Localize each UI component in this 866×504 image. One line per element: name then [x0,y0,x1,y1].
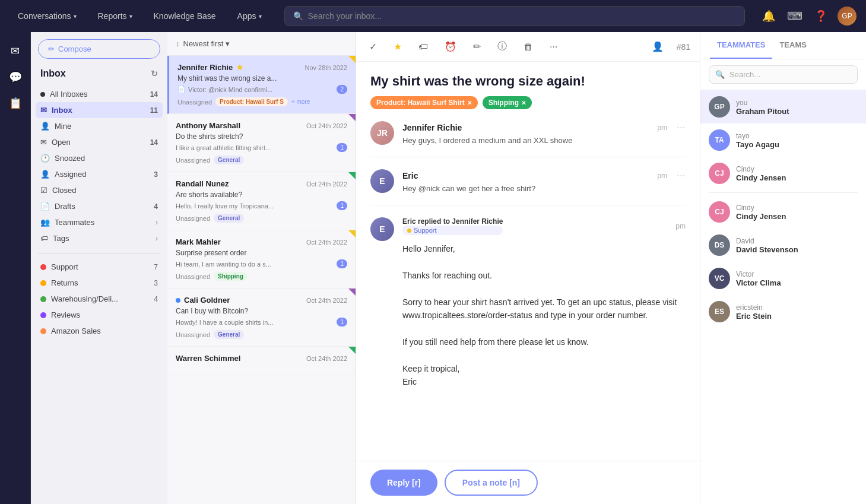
nav-snoozed[interactable]: 🕐 Snoozed [36,150,163,166]
check-icon[interactable]: ✓ [366,37,380,56]
inbox-title-text: Inbox [40,68,66,79]
snooze-icon[interactable]: ⏰ [441,37,460,56]
label-returns[interactable]: Returns 3 [36,275,163,291]
mine-icon: 👤 [40,122,50,131]
shipping-tag-close[interactable]: ✕ [521,100,526,106]
nav-apps[interactable]: Apps ▾ [229,8,270,24]
compose-button[interactable]: ✏ Compose [38,39,160,59]
teammate-tayo[interactable]: TA tayo Tayo Agagu [700,123,866,157]
nav-inbox[interactable]: ✉ Inbox 11 [36,102,163,118]
tags-icon: 🏷 [40,234,48,243]
cindy2-avatar: CJ [709,201,730,223]
nav-knowledge-base[interactable]: Knowledge Base [145,8,224,24]
eric-reply-avatar: E [370,217,394,241]
sidebar-icon-email[interactable]: ✉ [4,39,27,63]
sender-name: Jennifer Richie [177,63,233,72]
teammate-you[interactable]: GP you Graham Pitout [700,90,866,123]
reply-button[interactable]: Reply [r] [370,470,437,496]
help-icon[interactable]: ❓ [811,7,830,26]
conversation-toolbar: ✓ ★ 🏷 ⏰ ✏ ⓘ 🗑 ··· 👤 #81 [356,32,700,62]
tayo-avatar: TA [709,129,730,151]
conv-item-mark[interactable]: Mark Mahler Oct 24th 2022 Surprise prese… [167,230,356,289]
conv-item-warren[interactable]: Warren Schimmel Oct 24th 2022 [167,347,356,375]
corner-tag-purple [348,114,356,121]
nav-drafts[interactable]: 📄 Drafts 4 [36,198,163,214]
nav-conversations[interactable]: Conversations ▾ [9,8,85,24]
main-content: ✉ 💬 📋 ✏ Compose Inbox ↻ All Inboxes 14 ✉… [0,32,866,504]
section-divider [38,253,160,254]
teammate-david[interactable]: DS David David Stevenson [700,229,866,262]
search-icon: 🔍 [715,70,725,79]
label-warehousing[interactable]: Warehousing/Deli... 4 [36,291,163,307]
label-amazon[interactable]: Amazon Sales [36,323,163,339]
general-tag: General [214,214,244,223]
keyboard-icon[interactable]: ⌨ [785,7,804,26]
teammate-ericstein[interactable]: ES ericstein Eric Stein [700,295,866,328]
dot-icon [40,92,45,97]
nav-closed[interactable]: ☑ Closed [36,182,163,198]
jennifer-avatar: JR [370,121,394,145]
nav-open[interactable]: ✉ Open 14 [36,134,163,150]
teammate-list: GP you Graham Pitout TA tayo Tayo Agagu … [700,90,866,504]
edit-icon[interactable]: ✏ [470,37,484,56]
shipping-tag-pill: Shipping ✕ [483,96,532,109]
conversation-body: My shirt was the wrong size again! Produ… [356,62,700,461]
assign-icon[interactable]: 👤 [648,37,667,56]
conv-item-anthony[interactable]: Anthony Marshall Oct 24th 2022 Do the sh… [167,114,356,172]
nav-right-icons: 🔔 ⌨ ❓ GP [759,7,857,26]
label-icon[interactable]: 🏷 [415,38,432,56]
conv-list-header: ↕ Newest first ▾ [167,32,356,56]
conv-item-cali[interactable]: Cali Goldner Oct 24th 2022 Can I buy wit… [167,289,356,347]
right-panel: TEAMMATES TEAMS 🔍 Search... GP you Graha… [700,32,866,504]
nav-mine[interactable]: 👤 Mine [36,118,163,134]
notification-icon[interactable]: 🔔 [759,7,778,26]
post-note-button[interactable]: Post a note [n] [445,470,538,496]
nav-assigned[interactable]: 👤 Assigned 3 [36,166,163,182]
message-options-icon[interactable]: ··· [677,121,686,134]
trash-icon[interactable]: 🗑 [520,38,537,56]
product-tag-close[interactable]: ✕ [467,100,472,106]
sidebar-icon-notes[interactable]: 📋 [4,91,27,115]
corner-tag-green [348,172,356,179]
sidebar-icon-chat[interactable]: 💬 [4,65,27,89]
corner-tag-yellow [348,56,356,63]
conversation-list: ↕ Newest first ▾ Jennifer Richie ★ Nov 2… [167,32,356,504]
nav-all-inboxes[interactable]: All Inboxes 14 [36,86,163,102]
message-badge: 1 [337,143,347,152]
label-reviews[interactable]: Reviews [36,307,163,323]
nav-teammates[interactable]: 👥 Teammates › [36,214,163,230]
victor-avatar: VC [709,268,730,289]
icon-sidebar: ✉ 💬 📋 [0,32,31,504]
shipping-tag: Shipping [214,272,248,281]
file-icon: 📄 [177,85,186,93]
teammate-search-input[interactable]: 🔍 Search... [709,65,858,84]
more-icon[interactable]: ··· [546,38,561,56]
sort-button[interactable]: Newest first ▾ [183,39,230,48]
user-avatar[interactable]: GP [838,7,857,26]
info-icon[interactable]: ⓘ [494,37,510,56]
nav-tags[interactable]: 🏷 Tags › [36,230,163,246]
conv-item-randall[interactable]: Randall Nunez Oct 24th 2022 Are shorts a… [167,172,356,230]
teammate-cindy2[interactable]: CJ Cindy Cindy Jensen [700,195,866,229]
search-icon: 🔍 [293,11,303,21]
support-label: Support [402,226,503,235]
nav-reports[interactable]: Reports ▾ [90,8,141,24]
tab-teams[interactable]: TEAMS [772,32,814,59]
returns-dot-icon [40,280,46,286]
refresh-icon[interactable]: ↻ [151,69,158,78]
more-tags-link[interactable]: + more [291,99,310,105]
conv-item-jennifer[interactable]: Jennifer Richie ★ Nov 28th 2022 My shirt… [167,56,356,114]
apps-arrow-icon: ▾ [259,13,262,20]
teammate-victor[interactable]: VC Victor Victor Clima [700,262,866,295]
star-toolbar-icon[interactable]: ★ [390,37,405,56]
corner-tag-yellow [348,230,356,237]
search-bar[interactable]: 🔍 Search your inbox... [284,6,745,26]
reviews-dot-icon [40,312,46,318]
eric-avatar: E [370,169,394,193]
product-tag-pill: Product: Hawaii Surf Shirt ✕ [370,96,478,109]
tab-teammates[interactable]: TEAMMATES [710,32,772,59]
label-support[interactable]: Support 7 [36,259,163,275]
teammate-cindy1[interactable]: CJ Cindy Cindy Jensen [700,157,866,190]
message-options-icon[interactable]: ··· [677,169,686,182]
support-dot-icon [407,229,411,233]
